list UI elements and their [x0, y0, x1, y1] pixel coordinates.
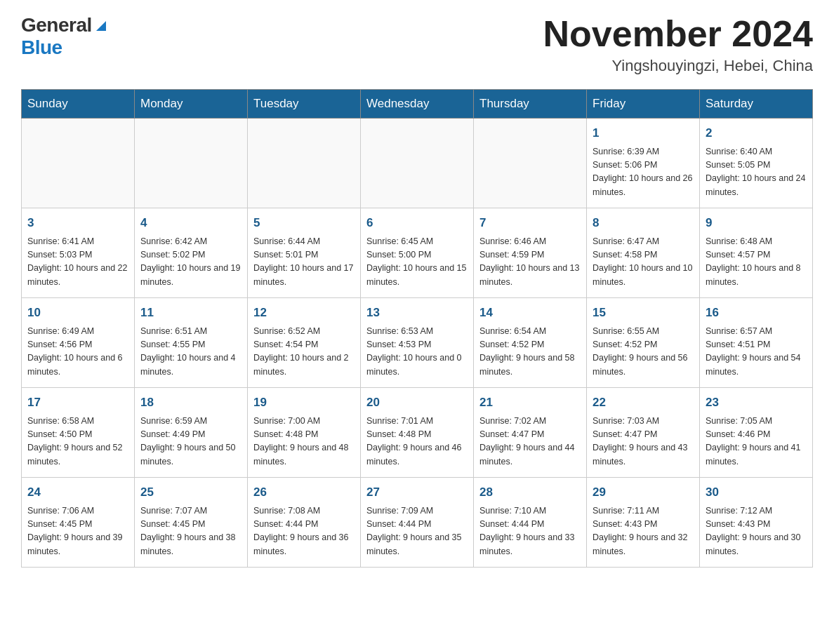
day-number: 17	[27, 394, 128, 412]
day-number: 2	[706, 124, 807, 142]
day-number: 10	[27, 304, 128, 322]
day-info: Sunrise: 6:58 AMSunset: 4:50 PMDaylight:…	[27, 415, 128, 469]
day-info: Sunrise: 6:54 AMSunset: 4:52 PMDaylight:…	[479, 325, 581, 380]
day-info: Sunrise: 6:46 AMSunset: 4:59 PMDaylight:…	[479, 235, 581, 290]
calendar-cell: 26Sunrise: 7:08 AMSunset: 4:44 PMDayligh…	[248, 478, 361, 568]
calendar-cell: 13Sunrise: 6:53 AMSunset: 4:53 PMDayligh…	[361, 298, 474, 388]
calendar-cell	[361, 119, 474, 208]
day-info: Sunrise: 7:11 AMSunset: 4:43 PMDaylight:…	[593, 504, 694, 559]
day-number: 27	[366, 483, 468, 502]
day-info: Sunrise: 7:10 AMSunset: 4:44 PMDaylight:…	[479, 504, 581, 559]
day-info: Sunrise: 6:49 AMSunset: 4:56 PMDaylight:…	[27, 325, 128, 380]
calendar-cell: 6Sunrise: 6:45 AMSunset: 5:00 PMDaylight…	[361, 208, 474, 298]
calendar-cell: 9Sunrise: 6:48 AMSunset: 4:57 PMDaylight…	[700, 208, 813, 298]
day-info: Sunrise: 6:45 AMSunset: 5:00 PMDaylight:…	[366, 235, 468, 290]
day-number: 3	[27, 214, 128, 232]
day-info: Sunrise: 6:59 AMSunset: 4:49 PMDaylight:…	[140, 415, 241, 469]
calendar-cell: 4Sunrise: 6:42 AMSunset: 5:02 PMDaylight…	[135, 208, 248, 298]
day-number: 26	[253, 483, 355, 502]
day-info: Sunrise: 6:51 AMSunset: 4:55 PMDaylight:…	[140, 325, 241, 380]
calendar-cell: 29Sunrise: 7:11 AMSunset: 4:43 PMDayligh…	[587, 478, 700, 568]
logo-triangle-icon	[93, 18, 109, 34]
calendar-cell: 23Sunrise: 7:05 AMSunset: 4:46 PMDayligh…	[700, 388, 813, 478]
day-number: 14	[479, 304, 581, 322]
calendar-cell: 17Sunrise: 6:58 AMSunset: 4:50 PMDayligh…	[22, 388, 135, 478]
day-info: Sunrise: 7:00 AMSunset: 4:48 PMDaylight:…	[253, 415, 355, 469]
weekday-header-tuesday: Tuesday	[248, 90, 361, 119]
calendar-cell: 8Sunrise: 6:47 AMSunset: 4:58 PMDaylight…	[587, 208, 700, 298]
calendar-cell: 30Sunrise: 7:12 AMSunset: 4:43 PMDayligh…	[700, 478, 813, 568]
weekday-header-row: SundayMondayTuesdayWednesdayThursdayFrid…	[22, 90, 813, 119]
day-info: Sunrise: 6:57 AMSunset: 4:51 PMDaylight:…	[706, 325, 807, 380]
calendar-cell: 16Sunrise: 6:57 AMSunset: 4:51 PMDayligh…	[700, 298, 813, 388]
day-info: Sunrise: 6:48 AMSunset: 4:57 PMDaylight:…	[706, 235, 807, 290]
day-number: 16	[706, 304, 807, 322]
calendar-week-row: 1Sunrise: 6:39 AMSunset: 5:06 PMDaylight…	[22, 119, 813, 208]
day-number: 23	[706, 394, 807, 412]
calendar-cell: 14Sunrise: 6:54 AMSunset: 4:52 PMDayligh…	[474, 298, 587, 388]
day-number: 15	[593, 304, 694, 322]
calendar-cell: 1Sunrise: 6:39 AMSunset: 5:06 PMDaylight…	[587, 119, 700, 208]
logo: General Blue	[21, 14, 109, 59]
calendar-cell: 21Sunrise: 7:02 AMSunset: 4:47 PMDayligh…	[474, 388, 587, 478]
calendar-cell	[135, 119, 248, 208]
day-number: 22	[593, 394, 694, 412]
day-number: 25	[140, 483, 241, 502]
title-block: November 2024 Yingshouyingzi, Hebei, Chi…	[543, 14, 813, 75]
calendar-cell: 22Sunrise: 7:03 AMSunset: 4:47 PMDayligh…	[587, 388, 700, 478]
svg-marker-0	[96, 21, 106, 31]
day-number: 7	[479, 214, 581, 232]
calendar-cell: 11Sunrise: 6:51 AMSunset: 4:55 PMDayligh…	[135, 298, 248, 388]
calendar-cell: 19Sunrise: 7:00 AMSunset: 4:48 PMDayligh…	[248, 388, 361, 478]
day-info: Sunrise: 6:53 AMSunset: 4:53 PMDaylight:…	[366, 325, 468, 380]
calendar-cell: 3Sunrise: 6:41 AMSunset: 5:03 PMDaylight…	[22, 208, 135, 298]
day-info: Sunrise: 6:55 AMSunset: 4:52 PMDaylight:…	[593, 325, 694, 380]
calendar-cell	[22, 119, 135, 208]
day-number: 28	[479, 483, 581, 502]
calendar-cell: 27Sunrise: 7:09 AMSunset: 4:44 PMDayligh…	[361, 478, 474, 568]
calendar-cell: 10Sunrise: 6:49 AMSunset: 4:56 PMDayligh…	[22, 298, 135, 388]
calendar-cell: 20Sunrise: 7:01 AMSunset: 4:48 PMDayligh…	[361, 388, 474, 478]
day-info: Sunrise: 7:05 AMSunset: 4:46 PMDaylight:…	[706, 415, 807, 469]
calendar-header: SundayMondayTuesdayWednesdayThursdayFrid…	[22, 90, 813, 119]
weekday-header-friday: Friday	[587, 90, 700, 119]
day-number: 29	[593, 483, 694, 502]
day-number: 18	[140, 394, 241, 412]
day-number: 30	[706, 483, 807, 502]
day-number: 4	[140, 214, 241, 232]
logo-blue-text: Blue	[21, 36, 62, 59]
day-info: Sunrise: 7:08 AMSunset: 4:44 PMDaylight:…	[253, 504, 355, 559]
day-number: 20	[366, 394, 468, 412]
calendar-cell: 2Sunrise: 6:40 AMSunset: 5:05 PMDaylight…	[700, 119, 813, 208]
day-number: 8	[593, 214, 694, 232]
calendar-week-row: 3Sunrise: 6:41 AMSunset: 5:03 PMDaylight…	[22, 208, 813, 298]
calendar-cell: 5Sunrise: 6:44 AMSunset: 5:01 PMDaylight…	[248, 208, 361, 298]
day-info: Sunrise: 6:39 AMSunset: 5:06 PMDaylight:…	[593, 145, 694, 200]
calendar-cell: 12Sunrise: 6:52 AMSunset: 4:54 PMDayligh…	[248, 298, 361, 388]
day-number: 9	[706, 214, 807, 232]
day-number: 13	[366, 304, 468, 322]
day-number: 19	[253, 394, 355, 412]
calendar-cell	[248, 119, 361, 208]
day-number: 1	[593, 124, 694, 142]
weekday-header-monday: Monday	[135, 90, 248, 119]
weekday-header-thursday: Thursday	[474, 90, 587, 119]
month-title: November 2024	[543, 14, 813, 54]
weekday-header-saturday: Saturday	[700, 90, 813, 119]
day-info: Sunrise: 6:52 AMSunset: 4:54 PMDaylight:…	[253, 325, 355, 380]
day-number: 6	[366, 214, 468, 232]
day-info: Sunrise: 7:01 AMSunset: 4:48 PMDaylight:…	[366, 415, 468, 469]
calendar-cell: 18Sunrise: 6:59 AMSunset: 4:49 PMDayligh…	[135, 388, 248, 478]
calendar-cell: 28Sunrise: 7:10 AMSunset: 4:44 PMDayligh…	[474, 478, 587, 568]
calendar-week-row: 10Sunrise: 6:49 AMSunset: 4:56 PMDayligh…	[22, 298, 813, 388]
day-info: Sunrise: 7:09 AMSunset: 4:44 PMDaylight:…	[366, 504, 468, 559]
calendar-body: 1Sunrise: 6:39 AMSunset: 5:06 PMDaylight…	[22, 119, 813, 568]
calendar-cell: 15Sunrise: 6:55 AMSunset: 4:52 PMDayligh…	[587, 298, 700, 388]
day-info: Sunrise: 6:41 AMSunset: 5:03 PMDaylight:…	[27, 235, 128, 290]
day-info: Sunrise: 6:44 AMSunset: 5:01 PMDaylight:…	[253, 235, 355, 290]
calendar-cell: 25Sunrise: 7:07 AMSunset: 4:45 PMDayligh…	[135, 478, 248, 568]
weekday-header-wednesday: Wednesday	[361, 90, 474, 119]
calendar-week-row: 17Sunrise: 6:58 AMSunset: 4:50 PMDayligh…	[22, 388, 813, 478]
logo-general-text: General	[21, 14, 92, 36]
calendar-table: SundayMondayTuesdayWednesdayThursdayFrid…	[21, 89, 813, 568]
